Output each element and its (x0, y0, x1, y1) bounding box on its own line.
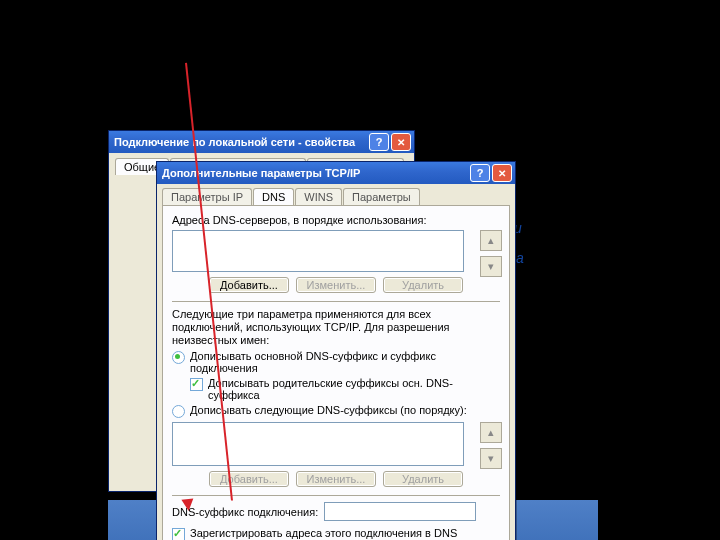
tcpip-titlebar[interactable]: Дополнительные параметры TCP/IP ? (157, 162, 515, 184)
check-parent-suffix[interactable]: Дописывать родительские суффиксы осн. DN… (190, 377, 500, 401)
move-down-button: ▾ (480, 448, 502, 469)
divider (172, 301, 500, 302)
lan-window-title: Подключение по локальной сети - свойства (114, 136, 367, 148)
arrow-down-icon: ▾ (488, 452, 494, 465)
annotation-arrow-head (181, 498, 194, 511)
dns-panel: Адреса DNS-серверов, в порядке использов… (162, 205, 510, 540)
edit-button: Изменить... (296, 277, 376, 293)
tcpip-advanced-window: Дополнительные параметры TCP/IP ? Параме… (156, 161, 516, 540)
radio-primary-suffix[interactable]: Дописывать основной DNS-суффикс и суффик… (172, 350, 500, 374)
dns-servers-label: Адреса DNS-серверов, в порядке использов… (172, 214, 500, 226)
tab-dns[interactable]: DNS (253, 188, 294, 205)
check-parent-label: Дописывать родительские суффиксы осн. DN… (208, 377, 500, 401)
close-button[interactable] (492, 164, 512, 182)
add-button[interactable]: Добавить... (209, 277, 289, 293)
radio-list-label: Дописывать следующие DNS-суффиксы (по по… (190, 404, 467, 416)
move-up-button[interactable]: ▴ (480, 230, 502, 251)
close-button[interactable] (391, 133, 411, 151)
dns-servers-listbox[interactable] (172, 230, 464, 272)
delete-button: Удалить (383, 471, 463, 487)
tab-options[interactable]: Параметры (343, 188, 420, 205)
help-button[interactable]: ? (369, 133, 389, 151)
help-button[interactable]: ? (470, 164, 490, 182)
move-up-button: ▴ (480, 422, 502, 443)
radio-icon (172, 405, 185, 418)
tab-wins[interactable]: WINS (295, 188, 342, 205)
connection-suffix-input[interactable] (324, 502, 476, 521)
radio-icon (172, 351, 185, 364)
checkbox-icon (172, 528, 185, 540)
lan-window-titlebar[interactable]: Подключение по локальной сети - свойства… (109, 131, 414, 153)
suffix-listbox[interactable] (172, 422, 464, 466)
divider (172, 495, 500, 496)
arrow-up-icon: ▴ (488, 426, 494, 439)
edit-button: Изменить... (296, 471, 376, 487)
check-register-label: Зарегистрировать адреса этого подключени… (190, 527, 457, 539)
add-button: Добавить... (209, 471, 289, 487)
arrow-up-icon: ▴ (488, 234, 494, 247)
delete-button: Удалить (383, 277, 463, 293)
arrow-down-icon: ▾ (488, 260, 494, 273)
checkbox-icon (190, 378, 203, 391)
ghost-text: а (516, 250, 524, 266)
tcpip-title: Дополнительные параметры TCP/IP (162, 167, 468, 179)
radio-primary-label: Дописывать основной DNS-суффикс и суффик… (190, 350, 500, 374)
suffix-paragraph: Следующие три параметра применяются для … (172, 308, 500, 347)
move-down-button[interactable]: ▾ (480, 256, 502, 277)
tab-ip-params[interactable]: Параметры IP (162, 188, 252, 205)
check-register-dns[interactable]: Зарегистрировать адреса этого подключени… (172, 527, 500, 540)
